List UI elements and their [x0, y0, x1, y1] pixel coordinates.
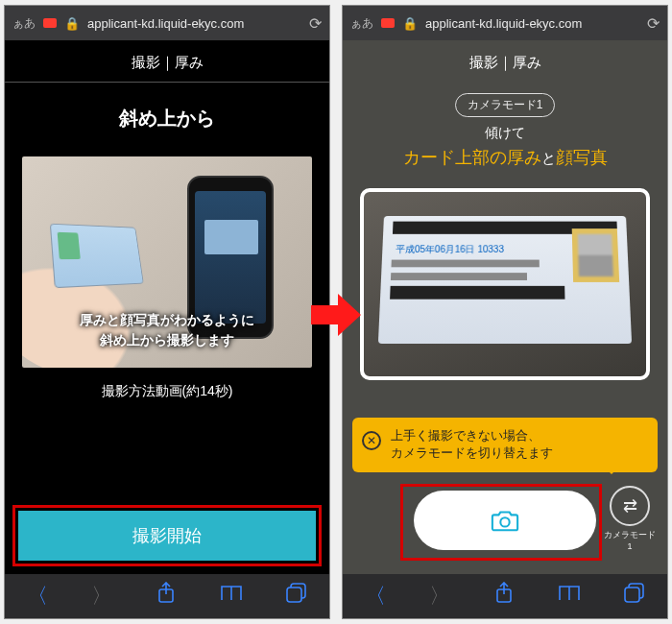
phone-screenshot-left: ぁあ 🔒 applicant-kd.liquid-ekyc.com ⟳ 撮影｜厚…	[4, 5, 330, 619]
browser-url-bar: ぁあ 🔒 applicant-kd.liquid-ekyc.com ⟳	[343, 6, 667, 40]
tilt-instruction: 傾けて	[343, 125, 667, 142]
start-capture-button[interactable]: 撮影開始	[18, 511, 316, 561]
video-caption[interactable]: 撮影方法動画(約14秒)	[5, 383, 329, 400]
id-sample-date: 平成05年06月16日 10333	[396, 243, 504, 255]
close-hint-icon[interactable]: ✕	[362, 431, 381, 450]
mode-switch-hint: ✕ 上手く撮影できない場合、 カメラモードを切り替えます	[352, 418, 658, 473]
recording-indicator-icon	[43, 18, 57, 28]
svg-rect-2	[287, 588, 301, 602]
browser-toolbar: 〈 〉	[343, 574, 667, 618]
id-card-illustration	[50, 224, 144, 289]
shutter-button[interactable]	[414, 491, 596, 550]
share-icon[interactable]	[494, 582, 514, 611]
refresh-icon[interactable]: ⟳	[309, 14, 322, 33]
share-icon[interactable]	[156, 582, 176, 611]
camera-icon	[491, 508, 519, 533]
capture-target-text: カード上部の厚みと顔写真	[343, 146, 667, 169]
forward-icon: 〉	[91, 582, 112, 611]
camera-mode-pill: カメラモード1	[455, 93, 556, 117]
demo-overlay-text: 厚みと顔写真がわかるように 斜め上から撮影します	[22, 310, 312, 350]
browser-toolbar: 〈 〉	[5, 574, 329, 618]
divider	[5, 82, 329, 83]
id-photo-pixelated	[572, 228, 619, 282]
recording-indicator-icon	[381, 18, 395, 28]
svg-rect-6	[625, 588, 639, 602]
tabs-icon[interactable]	[624, 583, 645, 610]
lock-icon: 🔒	[402, 16, 418, 31]
swap-icon: ⇄	[610, 486, 650, 526]
back-icon[interactable]: 〈	[27, 582, 48, 611]
page-url[interactable]: applicant-kd.liquid-ekyc.com	[425, 16, 639, 31]
instruction-screen: 撮影｜厚み 斜め上から 厚みと顔写真がわかるように 斜め上から撮影します 撮影方…	[5, 40, 329, 574]
camera-capture-screen: 撮影｜厚み カメラモード1 傾けて カード上部の厚みと顔写真 平成05年06月1…	[343, 40, 667, 574]
browser-url-bar: ぁあ 🔒 applicant-kd.liquid-ekyc.com ⟳	[5, 6, 329, 40]
tabs-icon[interactable]	[286, 583, 307, 610]
svg-point-3	[500, 517, 509, 526]
id-card-preview: 平成05年06月16日 10333	[378, 216, 632, 344]
camera-mode-switch[interactable]: ⇄ カメラモード1	[604, 486, 656, 551]
forward-icon: 〉	[429, 582, 450, 611]
back-icon[interactable]: 〈	[365, 582, 386, 611]
demo-image: 厚みと顔写真がわかるように 斜め上から撮影します	[22, 156, 312, 368]
camera-guide-frame: 平成05年06月16日 10333	[360, 188, 650, 380]
refresh-icon[interactable]: ⟳	[647, 14, 660, 33]
text-size-control[interactable]: ぁあ	[350, 15, 373, 32]
flow-arrow-icon	[309, 288, 363, 342]
page-url[interactable]: applicant-kd.liquid-ekyc.com	[87, 16, 301, 31]
lock-icon: 🔒	[64, 16, 80, 31]
bookmarks-icon[interactable]	[220, 584, 243, 609]
phone-screenshot-right: ぁあ 🔒 applicant-kd.liquid-ekyc.com ⟳ 撮影｜厚…	[342, 5, 668, 619]
page-title: 撮影｜厚み	[5, 40, 329, 82]
mode-switch-label: カメラモード1	[604, 530, 656, 551]
page-title: 撮影｜厚み	[343, 40, 667, 82]
instruction-heading: 斜め上から	[5, 106, 329, 132]
bookmarks-icon[interactable]	[558, 584, 581, 609]
text-size-control[interactable]: ぁあ	[12, 15, 36, 32]
